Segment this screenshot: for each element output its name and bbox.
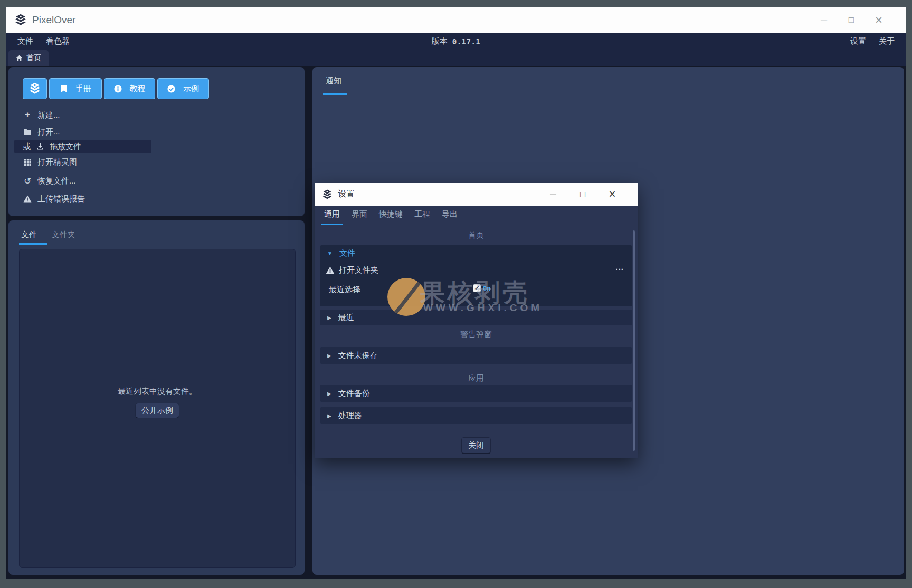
recent-select-label: 最近选择 bbox=[329, 283, 360, 296]
drop-files-zone[interactable]: 或 拖放文件 bbox=[14, 140, 151, 153]
recover-files-label: 恢复文件... bbox=[37, 176, 76, 186]
backup-group-row[interactable]: ▶ 文件备份 bbox=[320, 385, 632, 402]
settings-tab-general[interactable]: 通用 bbox=[321, 209, 343, 225]
section-header-home: 首页 bbox=[320, 230, 632, 240]
start-panel: 手册 教程 示例 + 新建... 打开... bbox=[8, 67, 305, 216]
settings-close-button[interactable]: × bbox=[597, 183, 627, 206]
recent-group-label: 最近 bbox=[338, 313, 354, 323]
chevron-right-icon: ▶ bbox=[327, 315, 331, 321]
unsaved-group-label: 文件未保存 bbox=[338, 351, 378, 361]
open-folder-label: 打开文件夹 bbox=[339, 265, 378, 275]
tutorial-button[interactable]: 教程 bbox=[104, 78, 155, 99]
close-button[interactable]: × bbox=[865, 7, 892, 33]
tab-folders[interactable]: 文件夹 bbox=[52, 230, 75, 240]
recent-panel: 文件 文件夹 最近列表中没有文件。 公开示例 bbox=[8, 220, 305, 575]
or-label: 或 bbox=[23, 142, 31, 152]
tab-home[interactable]: 首页 bbox=[8, 50, 49, 66]
tab-files[interactable]: 文件 bbox=[21, 230, 37, 240]
window-controls: ─ □ × bbox=[810, 7, 892, 33]
settings-minimize-button[interactable]: ─ bbox=[538, 183, 568, 206]
book-icon bbox=[60, 84, 68, 93]
settings-tab-project[interactable]: 工程 bbox=[411, 209, 433, 225]
tab-home-label: 首页 bbox=[26, 53, 41, 63]
error-report-item[interactable]: 上传错误报告 bbox=[23, 192, 85, 205]
sprite-grid-icon bbox=[23, 159, 32, 166]
plus-icon: + bbox=[23, 110, 32, 120]
tab-row: 首页 bbox=[6, 50, 906, 66]
unsaved-group-row[interactable]: ▶ 文件未保存 bbox=[320, 347, 632, 364]
file-settings-group: ▼ 文件 打开文件夹 ... 最近选择 ✔ On bbox=[320, 245, 632, 306]
tab-files-label: 文件 bbox=[21, 230, 37, 239]
pixelover-logo-icon bbox=[28, 82, 42, 95]
tutorial-button-label: 教程 bbox=[130, 84, 146, 94]
settings-dialog: 设置 ─ □ × 通用 界面 快捷键 工程 导出 首页 ▼ 文件 打开文件夹 .… bbox=[315, 183, 638, 458]
pixelover-logo-icon bbox=[14, 13, 27, 27]
settings-dialog-titlebar: 设置 ─ □ × bbox=[315, 183, 638, 206]
tab-notifications[interactable]: 通知 bbox=[326, 76, 341, 86]
active-tab-underline bbox=[19, 243, 48, 245]
folder-icon bbox=[23, 129, 32, 136]
file-group-header[interactable]: ▼ 文件 bbox=[320, 248, 355, 258]
download-icon bbox=[35, 143, 45, 150]
settings-maximize-button[interactable]: □ bbox=[568, 183, 597, 206]
recent-group-row[interactable]: ▶ 最近 bbox=[320, 310, 632, 325]
version-info: 版本 0.17.1 bbox=[6, 33, 906, 50]
chevron-down-icon: ▼ bbox=[327, 250, 332, 256]
public-examples-button[interactable]: 公开示例 bbox=[135, 403, 179, 418]
recent-select-toggle[interactable]: ✔ On bbox=[473, 284, 490, 292]
version-value: 0.17.1 bbox=[452, 37, 481, 46]
open-file-item[interactable]: 打开... bbox=[23, 126, 60, 138]
recover-files-item[interactable]: ↺ 恢复文件... bbox=[23, 175, 76, 187]
toggle-on-label: On bbox=[483, 285, 490, 292]
warning-icon bbox=[326, 266, 335, 274]
open-sprite-item[interactable]: 打开精灵图 bbox=[23, 156, 77, 168]
chevron-right-icon: ▶ bbox=[327, 391, 331, 397]
section-header-warning: 警告弹窗 bbox=[320, 330, 632, 340]
processor-group-row[interactable]: ▶ 处理器 bbox=[320, 407, 632, 424]
app-title: PixelOver bbox=[32, 14, 75, 26]
examples-button[interactable]: 示例 bbox=[157, 78, 209, 99]
settings-window-controls: ─ □ × bbox=[538, 183, 627, 206]
manual-button-label: 手册 bbox=[75, 84, 91, 94]
backup-group-label: 文件备份 bbox=[338, 389, 370, 399]
menubar-right: 设置 关于 bbox=[844, 33, 901, 50]
help-button-row: 手册 教程 示例 bbox=[23, 78, 209, 99]
new-file-item[interactable]: + 新建... bbox=[23, 109, 60, 121]
drop-files-label: 拖放文件 bbox=[50, 142, 81, 152]
settings-tab-interface[interactable]: 界面 bbox=[348, 209, 370, 225]
new-file-label: 新建... bbox=[37, 110, 60, 120]
chevron-right-icon: ▶ bbox=[327, 413, 331, 419]
warning-icon bbox=[23, 195, 32, 203]
menu-settings[interactable]: 设置 bbox=[844, 36, 872, 46]
menubar: 文件 着色器 版本 0.17.1 设置 关于 bbox=[6, 33, 906, 50]
titlebar: PixelOver ─ □ × bbox=[6, 7, 906, 33]
version-label: 版本 bbox=[432, 36, 448, 46]
home-icon bbox=[16, 55, 23, 61]
section-header-app: 应用 bbox=[320, 373, 632, 383]
settings-tab-export[interactable]: 导出 bbox=[439, 209, 461, 225]
minimize-button[interactable]: ─ bbox=[810, 7, 838, 33]
processor-group-label: 处理器 bbox=[338, 411, 362, 421]
pixelover-home-button[interactable] bbox=[23, 78, 47, 99]
pixelover-logo-icon bbox=[321, 189, 333, 200]
more-options-button[interactable]: ... bbox=[615, 263, 624, 272]
settings-scrollbar[interactable] bbox=[633, 230, 635, 451]
settings-tab-shortcuts[interactable]: 快捷键 bbox=[376, 209, 406, 225]
info-icon bbox=[114, 85, 122, 93]
recent-file-list: 最近列表中没有文件。 公开示例 bbox=[19, 249, 296, 568]
settings-close-dialog-button[interactable]: 关闭 bbox=[461, 437, 491, 454]
menu-about[interactable]: 关于 bbox=[872, 36, 901, 46]
maximize-button[interactable]: □ bbox=[838, 7, 865, 33]
settings-tabs: 通用 界面 快捷键 工程 导出 bbox=[321, 209, 461, 225]
settings-dialog-title: 设置 bbox=[338, 189, 355, 200]
examples-button-label: 示例 bbox=[183, 84, 199, 94]
checkbox-checked-icon[interactable]: ✔ bbox=[473, 284, 481, 292]
manual-button[interactable]: 手册 bbox=[49, 78, 102, 99]
chevron-right-icon: ▶ bbox=[327, 353, 331, 359]
pixelover-window: { "window": { "app_title": "PixelOver", … bbox=[0, 0, 912, 588]
empty-list-message: 最近列表中没有文件。 bbox=[118, 387, 197, 397]
notifications-tab-underline bbox=[323, 93, 347, 95]
open-folder-row: 打开文件夹 bbox=[326, 265, 378, 275]
recent-tabs: 文件 文件夹 bbox=[21, 230, 75, 240]
file-group-label: 文件 bbox=[339, 248, 355, 258]
